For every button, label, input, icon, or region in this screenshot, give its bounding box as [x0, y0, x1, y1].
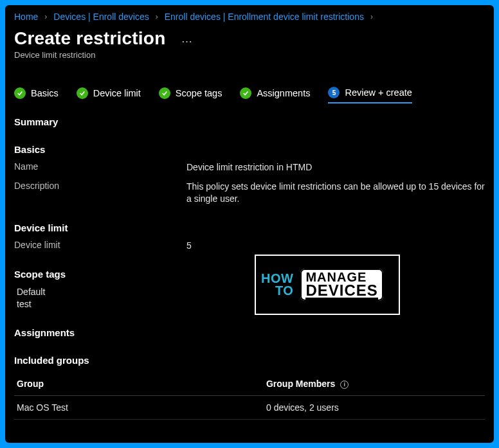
- basics-name-label: Name: [14, 161, 186, 174]
- check-icon: [14, 87, 26, 99]
- step-label: Basics: [31, 88, 59, 98]
- scope-tags-heading: Scope tags: [14, 269, 485, 280]
- step-scope-tags[interactable]: Scope tags: [159, 87, 222, 103]
- basics-name-row: Name Device limit restriction in HTMD: [14, 161, 485, 174]
- breadcrumb-home[interactable]: Home: [14, 12, 38, 22]
- check-icon: [77, 87, 88, 99]
- col-group-members[interactable]: Group Members i: [264, 372, 485, 396]
- basics-description-label: Description: [14, 181, 186, 206]
- breadcrumb: Home › Devices | Enroll devices › Enroll…: [5, 5, 494, 22]
- included-groups-table: Group Group Members i Mac OS Test 0 devi…: [14, 372, 485, 420]
- step-basics[interactable]: Basics: [14, 87, 59, 103]
- breadcrumb-enroll-restrictions[interactable]: Enroll devices | Enrollment device limit…: [165, 12, 364, 22]
- table-row: Mac OS Test 0 devices, 2 users: [14, 396, 485, 420]
- chevron-right-icon: ›: [44, 12, 47, 21]
- basics-description-value: This policy sets device limit restrictio…: [186, 181, 485, 206]
- page-subtitle: Device limit restriction: [14, 50, 485, 60]
- chevron-right-icon: ›: [370, 12, 373, 21]
- device-limit-value: 5: [186, 240, 485, 253]
- included-groups-heading: Included groups: [14, 355, 485, 366]
- step-device-limit[interactable]: Device limit: [77, 87, 141, 103]
- assignments-heading: Assignments: [14, 327, 485, 338]
- step-number-icon: 5: [328, 87, 340, 98]
- cell-group: Mac OS Test: [14, 396, 264, 420]
- scope-tag-item: test: [17, 298, 485, 310]
- device-limit-heading: Device limit: [14, 222, 485, 233]
- check-icon: [159, 87, 170, 99]
- col-group[interactable]: Group: [14, 372, 264, 396]
- logo-to: TO: [275, 285, 293, 297]
- htmd-logo: HOW TO MANAGE DEVICES: [255, 255, 400, 315]
- more-actions-button[interactable]: …: [177, 31, 196, 47]
- summary-heading: Summary: [14, 116, 485, 127]
- basics-heading: Basics: [14, 144, 485, 155]
- device-limit-label: Device limit: [14, 240, 186, 253]
- device-limit-row: Device limit 5: [14, 240, 485, 253]
- chevron-right-icon: ›: [156, 12, 158, 21]
- wizard-stepper: Basics Device limit Scope tags Assignmen…: [5, 64, 494, 110]
- page-title: Create restriction: [14, 28, 165, 49]
- step-label: Device limit: [93, 88, 141, 98]
- logo-devices: DEVICES: [305, 283, 377, 300]
- scope-tag-item: Default: [17, 286, 485, 298]
- step-assignments[interactable]: Assignments: [240, 87, 310, 103]
- step-label: Review + create: [345, 87, 412, 98]
- info-icon[interactable]: i: [340, 381, 349, 389]
- scope-tags-list: Default test: [14, 286, 485, 310]
- step-label: Scope tags: [176, 88, 222, 98]
- step-label: Assignments: [257, 88, 310, 98]
- basics-name-value: Device limit restriction in HTMD: [186, 161, 485, 174]
- cell-members: 0 devices, 2 users: [264, 396, 485, 420]
- breadcrumb-devices[interactable]: Devices | Enroll devices: [53, 12, 149, 22]
- step-review-create[interactable]: 5 Review + create: [328, 87, 412, 103]
- check-icon: [240, 87, 251, 99]
- basics-description-row: Description This policy sets device limi…: [14, 181, 485, 206]
